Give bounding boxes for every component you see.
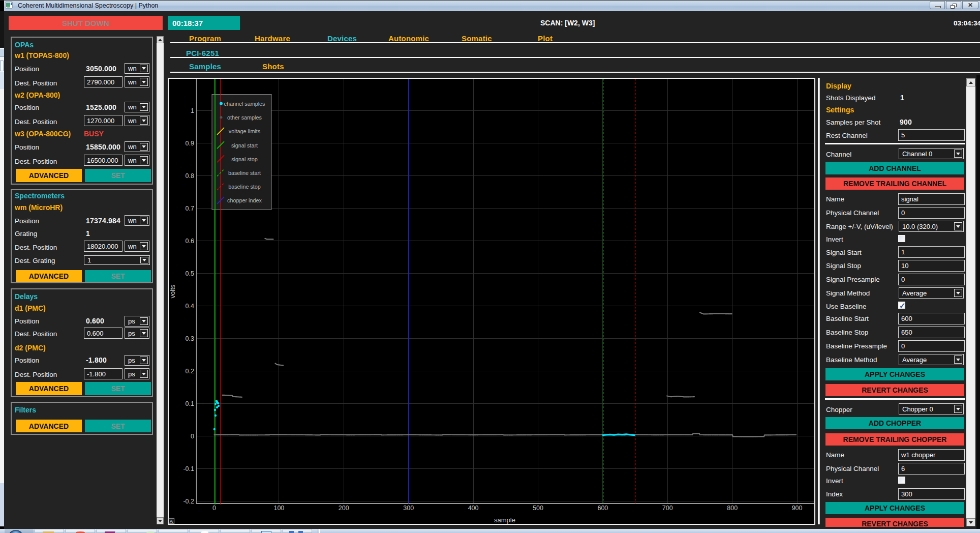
svg-text:0: 0 (212, 505, 216, 512)
svg-text:-0.1: -0.1 (183, 465, 194, 472)
svg-text:0.1: 0.1 (186, 400, 194, 407)
svg-text:700: 700 (662, 505, 673, 512)
svg-text:400: 400 (468, 505, 479, 512)
svg-text:signal start: signal start (231, 142, 258, 149)
svg-text:A: A (170, 518, 173, 524)
svg-text:0.7: 0.7 (186, 205, 194, 212)
svg-text:100: 100 (273, 505, 284, 512)
svg-text:voltage limits: voltage limits (229, 128, 261, 134)
svg-text:200: 200 (339, 505, 349, 512)
svg-text:0.9: 0.9 (186, 140, 194, 147)
svg-text:600: 600 (597, 505, 608, 512)
svg-text:0: 0 (191, 433, 194, 440)
svg-text:0.2: 0.2 (186, 368, 194, 375)
svg-text:chopper index: chopper index (227, 197, 262, 203)
svg-text:signal stop: signal stop (231, 156, 258, 162)
svg-text:baseline start: baseline start (228, 170, 261, 176)
svg-text:channel samples: channel samples (224, 101, 265, 107)
svg-text:800: 800 (727, 505, 738, 512)
svg-text:0.6: 0.6 (186, 238, 194, 245)
svg-text:0.3: 0.3 (186, 335, 194, 342)
svg-text:500: 500 (533, 505, 543, 512)
svg-text:0.4: 0.4 (186, 303, 194, 310)
svg-text:volts: volts (169, 284, 176, 298)
svg-text:other samples: other samples (227, 114, 262, 121)
svg-text:0.5: 0.5 (186, 270, 194, 277)
svg-text:0.8: 0.8 (186, 172, 194, 180)
svg-text:300: 300 (403, 505, 414, 512)
svg-text:sample: sample (494, 516, 515, 524)
svg-text:900: 900 (792, 505, 803, 512)
svg-text:-0.2: -0.2 (183, 498, 194, 505)
svg-text:baseline stop: baseline stop (228, 184, 261, 190)
svg-text:1: 1 (191, 107, 194, 114)
